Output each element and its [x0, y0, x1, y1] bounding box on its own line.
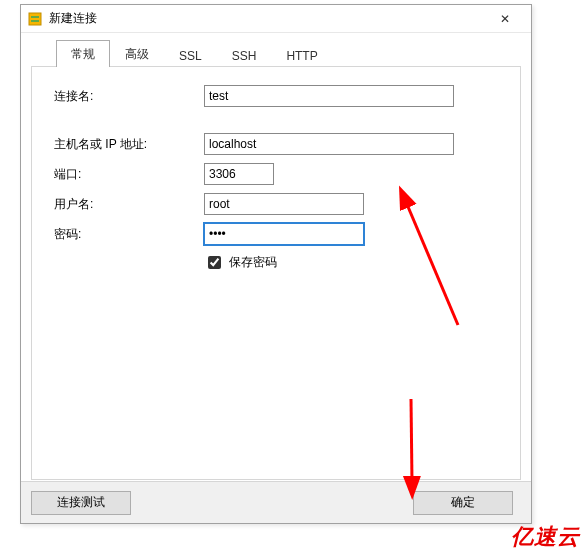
dialog-footer: 连接测试 确定 [21, 481, 531, 523]
watermark: 亿速云 [511, 522, 580, 552]
row-host: 主机名或 IP 地址: [54, 133, 498, 155]
svg-rect-0 [29, 13, 41, 25]
test-connection-button[interactable]: 连接测试 [31, 491, 131, 515]
tab-http[interactable]: HTTP [271, 43, 332, 67]
host-input[interactable] [204, 133, 454, 155]
password-input[interactable] [204, 223, 364, 245]
navicat-icon [27, 11, 43, 27]
svg-rect-1 [31, 16, 39, 18]
new-connection-dialog: 新建连接 ✕ 常规 高级 SSL SSH HTTP 连接名: 主机名或 IP 地… [20, 4, 532, 524]
ok-button[interactable]: 确定 [413, 491, 513, 515]
close-icon: ✕ [500, 12, 510, 26]
tab-advanced[interactable]: 高级 [110, 40, 164, 67]
host-label: 主机名或 IP 地址: [54, 136, 204, 153]
port-label: 端口: [54, 166, 204, 183]
row-password: 密码: [54, 223, 498, 245]
window-title: 新建连接 [49, 10, 485, 27]
user-label: 用户名: [54, 196, 204, 213]
row-save-password: 保存密码 [204, 253, 498, 272]
password-label: 密码: [54, 226, 204, 243]
save-password-checkbox[interactable] [208, 256, 221, 269]
tab-ssl[interactable]: SSL [164, 43, 217, 67]
row-connection-name: 连接名: [54, 85, 498, 107]
port-input[interactable] [204, 163, 274, 185]
row-user: 用户名: [54, 193, 498, 215]
user-input[interactable] [204, 193, 364, 215]
close-button[interactable]: ✕ [485, 8, 525, 30]
tabstrip: 常规 高级 SSL SSH HTTP [56, 40, 521, 67]
connection-name-input[interactable] [204, 85, 454, 107]
tab-panel-general: 连接名: 主机名或 IP 地址: 端口: 用户名: 密码: [31, 66, 521, 480]
svg-rect-2 [31, 20, 39, 22]
titlebar: 新建连接 ✕ [21, 5, 531, 33]
connection-name-label: 连接名: [54, 88, 204, 105]
dialog-content: 常规 高级 SSL SSH HTTP 连接名: 主机名或 IP 地址: 端口: … [21, 33, 531, 481]
tab-general[interactable]: 常规 [56, 40, 110, 67]
row-port: 端口: [54, 163, 498, 185]
save-password-label: 保存密码 [229, 254, 277, 271]
tab-ssh[interactable]: SSH [217, 43, 272, 67]
